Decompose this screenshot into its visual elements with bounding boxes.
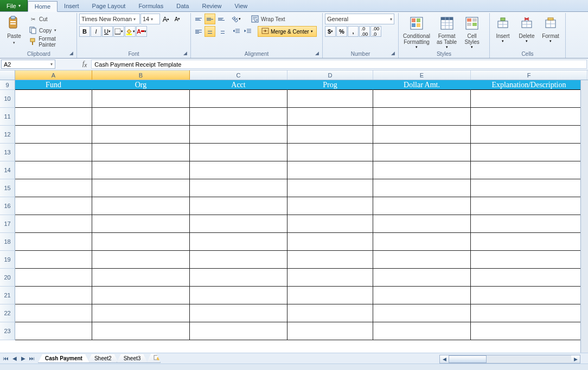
cell-F15[interactable]	[471, 179, 587, 197]
sheet-nav-last[interactable]: ⏭	[28, 354, 36, 363]
cell-D22[interactable]	[287, 304, 373, 322]
cell-D10[interactable]	[287, 90, 373, 108]
align-right-button[interactable]	[216, 26, 227, 37]
cell-F18[interactable]	[471, 233, 587, 251]
tab-view[interactable]: View	[228, 1, 254, 11]
cell-B9[interactable]: Org	[92, 80, 190, 90]
column-header-B[interactable]: B	[92, 70, 190, 80]
cell-A10[interactable]	[15, 90, 92, 108]
cell-F12[interactable]	[471, 126, 587, 144]
cell-E21[interactable]	[373, 287, 471, 304]
cell-B21[interactable]	[92, 287, 190, 304]
cell-D23[interactable]	[287, 322, 373, 340]
decrease-font-button[interactable]: A▾	[172, 14, 183, 24]
cell-C22[interactable]	[190, 304, 287, 322]
cell-E9[interactable]: Dollar Amt.	[373, 80, 471, 90]
column-header-F[interactable]: F	[471, 70, 587, 80]
format-cells-button[interactable]: Format▾	[540, 14, 561, 44]
cell-B19[interactable]	[92, 251, 190, 269]
cell-A19[interactable]	[15, 251, 92, 269]
cell-C13[interactable]	[190, 144, 287, 161]
tab-home[interactable]: Home	[28, 1, 57, 12]
delete-cells-button[interactable]: Delete▾	[516, 14, 538, 44]
cell-A20[interactable]	[15, 269, 92, 287]
cell-D21[interactable]	[287, 287, 373, 304]
cell-D11[interactable]	[287, 108, 373, 126]
horizontal-scrollbar[interactable]: ◀▶	[439, 355, 580, 363]
cell-B13[interactable]	[92, 144, 190, 161]
cell-E22[interactable]	[373, 304, 471, 322]
column-header-E[interactable]: E	[373, 70, 471, 80]
paste-button[interactable]: Paste▾	[3, 14, 25, 46]
orientation-button[interactable]: ab▾	[231, 14, 242, 24]
percent-button[interactable]: %	[336, 26, 347, 37]
increase-decimal-button[interactable]: .0.00	[359, 26, 370, 37]
cell-E17[interactable]	[373, 215, 471, 233]
comma-button[interactable]: ,	[348, 26, 359, 37]
row-header-14[interactable]: 14	[0, 161, 15, 179]
cell-D15[interactable]	[287, 179, 373, 197]
sheet-nav-first[interactable]: ⏮	[2, 354, 10, 363]
cell-B15[interactable]	[92, 179, 190, 197]
row-header-18[interactable]: 18	[0, 233, 15, 251]
italic-button[interactable]: I	[91, 26, 101, 37]
cell-D18[interactable]	[287, 233, 373, 251]
cell-D16[interactable]	[287, 197, 373, 215]
cell-F13[interactable]	[471, 144, 587, 161]
font-launcher[interactable]: ◢	[182, 50, 188, 57]
cell-B12[interactable]	[92, 126, 190, 144]
cell-D17[interactable]	[287, 215, 373, 233]
cell-C9[interactable]: Acct	[190, 80, 287, 90]
cell-F21[interactable]	[471, 287, 587, 304]
cell-E20[interactable]	[373, 269, 471, 287]
cell-A9[interactable]: Fund	[15, 80, 92, 90]
font-size-combo[interactable]: 14▾	[140, 14, 160, 24]
row-header-9[interactable]: 9	[0, 80, 15, 90]
accounting-format-button[interactable]: $▾	[325, 26, 336, 37]
cell-F16[interactable]	[471, 197, 587, 215]
row-header-15[interactable]: 15	[0, 179, 15, 197]
cell-styles-button[interactable]: Cell Styles▾	[461, 14, 483, 50]
row-header-17[interactable]: 17	[0, 215, 15, 233]
cell-E16[interactable]	[373, 197, 471, 215]
cell-E19[interactable]	[373, 251, 471, 269]
increase-indent-button[interactable]	[242, 26, 253, 37]
cell-C17[interactable]	[190, 215, 287, 233]
cell-D14[interactable]	[287, 161, 373, 179]
cell-A13[interactable]	[15, 144, 92, 161]
cell-F10[interactable]	[471, 90, 587, 108]
row-header-22[interactable]: 22	[0, 304, 15, 322]
cell-D12[interactable]	[287, 126, 373, 144]
sheet-nav-prev[interactable]: ◀	[10, 354, 19, 363]
row-header-20[interactable]: 20	[0, 269, 15, 287]
sheet-tab-2[interactable]: Sheet2	[87, 354, 119, 363]
cell-C15[interactable]	[190, 179, 287, 197]
cell-D13[interactable]	[287, 144, 373, 161]
number-launcher[interactable]: ◢	[389, 50, 396, 57]
cell-C11[interactable]	[190, 108, 287, 126]
cell-A22[interactable]	[15, 304, 92, 322]
row-header-12[interactable]: 12	[0, 126, 15, 144]
cell-E11[interactable]	[373, 108, 471, 126]
cell-A18[interactable]	[15, 233, 92, 251]
underline-button[interactable]: U▾	[102, 26, 113, 37]
cell-F20[interactable]	[471, 269, 587, 287]
name-box[interactable]: A2▾	[1, 60, 55, 69]
cell-B11[interactable]	[92, 108, 190, 126]
cell-F23[interactable]	[471, 322, 587, 340]
number-format-combo[interactable]: General▾	[325, 14, 394, 24]
cell-B14[interactable]	[92, 161, 190, 179]
cell-A23[interactable]	[15, 322, 92, 340]
sheet-tab-active[interactable]: Cash Payment	[38, 354, 90, 363]
cell-E23[interactable]	[373, 322, 471, 340]
align-middle-button[interactable]	[204, 14, 215, 24]
cell-C19[interactable]	[190, 251, 287, 269]
format-as-table-button[interactable]: Format as Table▾	[434, 14, 459, 50]
merge-center-button[interactable]: Merge & Center▾	[258, 26, 317, 37]
cell-A21[interactable]	[15, 287, 92, 304]
cell-B23[interactable]	[92, 322, 190, 340]
cell-C16[interactable]	[190, 197, 287, 215]
cut-button[interactable]: ✂ Cut	[27, 14, 74, 24]
cell-F17[interactable]	[471, 215, 587, 233]
decrease-decimal-button[interactable]: .00.0	[370, 26, 381, 37]
